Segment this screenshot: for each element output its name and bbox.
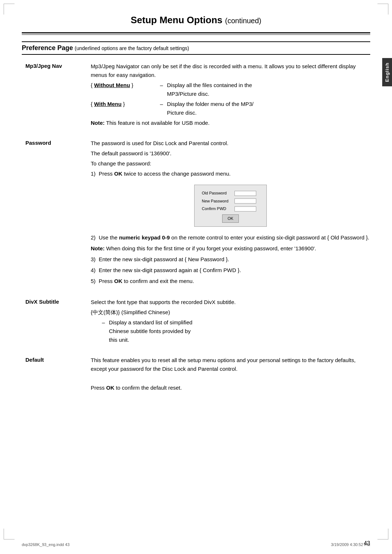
- mp3-note: Note: This feature is not available for …: [91, 119, 370, 127]
- option-without-menu-key: { Without Menu }: [91, 81, 156, 98]
- default-label: Default: [25, 356, 91, 363]
- step2-num: 2): [91, 233, 99, 242]
- mp3-jpeg-nav-desc: Mp3/Jpeg Navigator can only be set if th…: [91, 62, 370, 79]
- step4-body: Enter the new six-digit password again a…: [99, 266, 370, 275]
- step1-num: 1): [91, 169, 99, 178]
- password-step3: 3) Enter the new six-digit password at {…: [91, 255, 370, 264]
- password-step4: 4) Enter the new six-digit password agai…: [91, 266, 370, 275]
- option-with-menu-key: { With Menu }: [91, 100, 156, 117]
- page-footer: dvp3268K_93_eng.indd 43 3/19/2009 4:30:5…: [22, 542, 370, 547]
- step3-body: Enter the new six-digit password at { Ne…: [99, 255, 370, 264]
- pwd-note2-bold: Note:: [91, 245, 105, 251]
- new-password-row: New Password: [202, 198, 259, 205]
- divx-chinese-desc-row: – Display a standard list of simplified …: [98, 318, 370, 344]
- step3-num: 3): [91, 255, 99, 264]
- step5-ok-bold: OK: [114, 278, 123, 284]
- corner-br: [377, 529, 388, 539]
- dialog-ok-area: OK: [202, 214, 259, 223]
- mp3-jpeg-nav-body: Mp3/Jpeg Navigator can only be set if th…: [91, 62, 370, 129]
- default-line1: This feature enables you to reset all th…: [91, 356, 370, 373]
- step5-num: 5): [91, 277, 99, 286]
- old-password-row: Old Password: [202, 190, 259, 197]
- dialog-ok-button[interactable]: OK: [222, 214, 239, 223]
- corner-bl: [4, 529, 15, 539]
- divx-line1: Select the font type that supports the r…: [91, 298, 370, 307]
- option-without-menu-row: { Without Menu } – Display all the files…: [91, 81, 370, 98]
- step2-body: Use the numeric keypad 0-9 on the remote…: [99, 233, 370, 242]
- confirm-pwd-input[interactable]: [234, 206, 256, 212]
- default-ok-bold: OK: [106, 385, 115, 391]
- password-line2: The default password is '136900'.: [91, 149, 370, 158]
- content-area: Mp3/Jpeg Nav Mp3/Jpeg Navigator can only…: [22, 62, 370, 404]
- section-divx-subtitle: DivX Subtitle Select the font type that …: [25, 298, 370, 346]
- pwd-note2-text: When doing this for the first time or if…: [105, 245, 316, 251]
- password-dialog: Old Password New Password Confirm PWD: [194, 185, 267, 227]
- new-password-label: New Password: [202, 198, 234, 205]
- password-body: The password is used for Disc Lock and P…: [91, 139, 370, 288]
- password-step1: 1) Press OK twice to access the change p…: [91, 169, 370, 178]
- old-password-input[interactable]: [234, 191, 256, 196]
- corner-tl: [4, 4, 15, 15]
- without-menu-desc: Display all the files contained in the M…: [167, 81, 370, 98]
- new-password-input[interactable]: [234, 198, 256, 204]
- section-default: Default This feature enables you to rese…: [25, 356, 370, 394]
- password-step2: 2) Use the numeric keypad 0-9 on the rem…: [91, 233, 370, 242]
- divx-chinese-option: {中文(简体)} (Simplified Chinese): [91, 308, 370, 317]
- chinese-dash: –: [98, 318, 109, 344]
- password-label: Password: [25, 139, 91, 146]
- old-password-label: Old Password: [202, 190, 234, 197]
- title-border-bottom: [22, 34, 370, 35]
- step2-bold: numeric keypad 0-9: [119, 234, 170, 241]
- step1-body: Press OK twice to access the change pass…: [99, 169, 370, 178]
- page-title-main: Setup Menu Options: [131, 15, 222, 25]
- password-dialog-wrapper: Old Password New Password Confirm PWD: [91, 185, 370, 227]
- with-menu-dash: –: [156, 100, 167, 117]
- footer-right: 3/19/2009 4:30:52 PM: [331, 542, 370, 547]
- language-tab: English: [382, 58, 392, 86]
- option-with-menu-row: { With Menu } – Display the folder menu …: [91, 100, 370, 117]
- default-line2: Press OK to confirm the default reset.: [91, 383, 370, 392]
- password-note2: Note: When doing this for the first time…: [91, 244, 370, 253]
- section-mp3-jpeg-nav: Mp3/Jpeg Nav Mp3/Jpeg Navigator can only…: [25, 62, 370, 129]
- step5-body: Press OK to confirm and exit the menu.: [99, 277, 370, 286]
- pref-header-bold: Preference Page: [22, 44, 73, 52]
- mp3-note-bold: Note:: [91, 120, 105, 126]
- step1-ok-bold: OK: [114, 171, 123, 177]
- step4-num: 4): [91, 266, 99, 275]
- confirm-pwd-label: Confirm PWD: [202, 206, 234, 212]
- password-line1: The password is used for Disc Lock and P…: [91, 139, 370, 148]
- preference-page-header: Preference Page (underlined options are …: [22, 41, 370, 55]
- page-wrapper: English Setup Menu Options (continued) P…: [0, 0, 392, 554]
- mp3-note-text: This feature is not available for USB mo…: [105, 120, 209, 126]
- divx-subtitle-body: Select the font type that supports the r…: [91, 298, 370, 346]
- pref-header-normal: (underlined options are the factory defa…: [75, 45, 189, 51]
- title-border-top: [22, 32, 370, 33]
- chinese-desc: Display a standard list of simplified Ch…: [109, 318, 370, 344]
- with-menu-desc: Display the folder menu of the MP3/ Pict…: [167, 100, 370, 117]
- page-title-continued: (continued): [225, 17, 261, 25]
- footer-left: dvp3268K_93_eng.indd 43: [22, 542, 70, 547]
- without-menu-dash: –: [156, 81, 167, 98]
- corner-tr: [377, 4, 388, 15]
- section-password: Password The password is used for Disc L…: [25, 139, 370, 288]
- page-title: Setup Menu Options (continued): [22, 11, 370, 26]
- mp3-jpeg-nav-label: Mp3/Jpeg Nav: [25, 62, 91, 69]
- divx-subtitle-label: DivX Subtitle: [25, 298, 91, 305]
- password-step5: 5) Press OK to confirm and exit the menu…: [91, 277, 370, 286]
- default-body: This feature enables you to reset all th…: [91, 356, 370, 394]
- confirm-pwd-row: Confirm PWD: [202, 206, 259, 212]
- password-line3: To change the password:: [91, 159, 370, 168]
